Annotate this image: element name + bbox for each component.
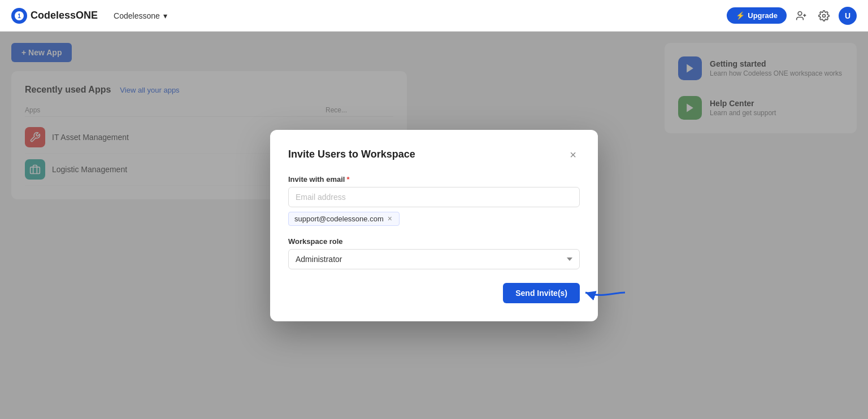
email-tags-container: support@codelessone.com × [288, 212, 580, 226]
email-tag-text: support@codelessone.com [294, 215, 384, 223]
modal-title: Invite Users to Workspace [288, 149, 415, 160]
send-invites-button[interactable]: Send Invite(s) [503, 283, 580, 303]
modal-close-button[interactable]: × [566, 148, 580, 162]
svg-point-2 [798, 11, 802, 15]
invite-users-modal: Invite Users to Workspace × Invite with … [270, 130, 598, 321]
logo-text: CodelessONE [31, 10, 98, 21]
avatar-button[interactable]: U [839, 7, 857, 25]
lightning-icon: ⚡ [736, 11, 745, 20]
required-indicator: * [346, 175, 349, 184]
email-tag-remove-button[interactable]: × [387, 215, 393, 222]
svg-text:1: 1 [18, 13, 21, 19]
role-form-group: Workspace role Administrator Member View… [288, 237, 580, 269]
navbar-actions: ⚡ Upgrade U [727, 7, 857, 25]
workspace-selector[interactable]: Codelessone ▾ [109, 9, 172, 23]
email-tag: support@codelessone.com × [288, 212, 400, 226]
email-label: Invite with email * [288, 175, 580, 184]
upgrade-label: Upgrade [748, 11, 778, 20]
logo-icon: 1 [11, 8, 27, 24]
role-label-text: Workspace role [288, 237, 343, 246]
email-label-text: Invite with email [288, 175, 345, 184]
avatar-text: U [845, 11, 850, 20]
email-input[interactable] [288, 187, 580, 207]
email-form-group: Invite with email * support@codelessone.… [288, 175, 580, 226]
modal-header: Invite Users to Workspace × [288, 148, 580, 162]
add-user-button[interactable] [793, 8, 809, 24]
modal-footer: Send Invite(s) [288, 283, 580, 303]
workspace-name: Codelessone [114, 11, 160, 20]
role-label: Workspace role [288, 237, 580, 246]
main-content: + New App Recently used Apps View all yo… [0, 32, 868, 419]
settings-button[interactable] [816, 8, 832, 24]
upgrade-button[interactable]: ⚡ Upgrade [727, 7, 787, 24]
chevron-down-icon: ▾ [163, 11, 167, 20]
svg-point-5 [823, 14, 826, 17]
arrow-annotation [574, 278, 631, 307]
role-select[interactable]: Administrator Member Viewer [288, 249, 580, 269]
modal-wrapper: Invite Users to Workspace × Invite with … [0, 32, 868, 419]
logo: 1 CodelessONE [11, 8, 98, 24]
navbar: 1 CodelessONE Codelessone ▾ ⚡ Upgrade [0, 0, 868, 32]
